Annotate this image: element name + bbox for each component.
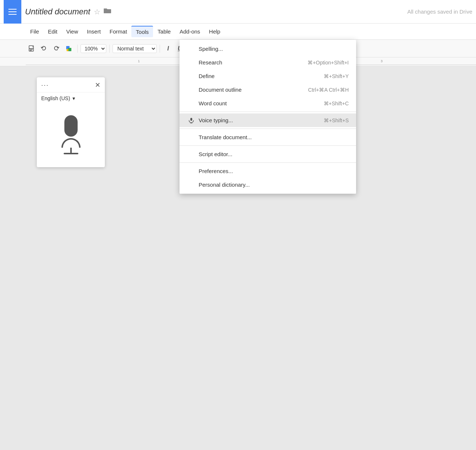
menu-edit[interactable]: Edit (43, 26, 62, 37)
microphone-area[interactable] (37, 104, 105, 167)
toolbar-sep-3 (160, 45, 160, 53)
menu-insert[interactable]: Insert (82, 26, 105, 37)
menu-tools[interactable]: Tools (131, 26, 153, 37)
define-shortcut: ⌘+Shift+Y (324, 73, 349, 79)
toolbar-sep-1 (77, 45, 78, 53)
svg-text:3: 3 (381, 59, 383, 63)
research-label: Research (199, 59, 308, 66)
translate-label: Translate document... (199, 134, 349, 140)
doc-outline-label: Document outline (199, 87, 308, 93)
svg-text:1: 1 (138, 59, 140, 63)
menu-bar: File Edit View Insert Format Tools Table… (0, 24, 476, 40)
research-shortcut: ⌘+Option+Shift+I (308, 60, 349, 66)
language-dropdown-icon: ▾ (72, 95, 75, 101)
tools-dropdown-menu: Spelling... Research ⌘+Option+Shift+I De… (180, 40, 356, 194)
word-count-label: Word count (199, 100, 324, 106)
print-button[interactable] (26, 43, 37, 54)
menu-item-define[interactable]: Define ⌘+Shift+Y (180, 69, 356, 83)
redo-button[interactable] (51, 43, 62, 54)
zoom-select[interactable]: 100% 75% 50% 125% 150% 200% (81, 44, 106, 53)
separator-4 (180, 162, 356, 163)
preferences-label: Preferences... (199, 168, 349, 174)
paint-format-button[interactable] (63, 43, 74, 54)
svg-rect-7 (67, 49, 68, 51)
menu-addons[interactable]: Add-ons (175, 26, 205, 37)
spelling-label: Spelling... (199, 46, 349, 52)
word-count-shortcut: ⌘+Shift+C (324, 101, 349, 106)
menu-view[interactable]: View (62, 26, 82, 37)
menu-item-doc-outline[interactable]: Document outline Ctrl+⌘A Ctrl+⌘H (180, 83, 356, 96)
voice-typing-label: Voice typing... (199, 117, 324, 123)
voice-close-button[interactable]: ✕ (95, 81, 100, 89)
toolbar-sep-2 (109, 45, 110, 53)
script-editor-label: Script editor... (199, 151, 349, 157)
personal-dict-label: Personal dictionary... (199, 182, 349, 188)
svg-rect-11 (191, 118, 192, 121)
menu-format[interactable]: Format (105, 26, 132, 37)
separator-3 (180, 145, 356, 146)
separator-2 (180, 129, 356, 129)
menu-help[interactable]: Help (205, 26, 225, 37)
microphone-icon (61, 115, 81, 154)
language-selector[interactable]: English (US) ▾ (37, 92, 105, 104)
style-select[interactable]: Normal text Heading 1 Heading 2 Heading … (113, 44, 157, 53)
hamburger-icon (8, 9, 17, 15)
voice-options-button[interactable]: ··· (41, 81, 49, 89)
voice-typing-panel: ··· ✕ English (US) ▾ (37, 77, 105, 167)
star-icon[interactable]: ☆ (94, 7, 100, 16)
menu-file[interactable]: File (26, 26, 43, 37)
menu-item-word-count[interactable]: Word count ⌘+Shift+C (180, 96, 356, 110)
voice-typing-icon (187, 117, 196, 123)
language-label: English (US) (41, 95, 70, 101)
folder-icon[interactable] (103, 7, 111, 16)
voice-panel-header: ··· ✕ (37, 77, 105, 92)
undo-button[interactable] (38, 43, 49, 54)
menu-item-spelling[interactable]: Spelling... (180, 42, 356, 56)
menu-item-preferences[interactable]: Preferences... (180, 164, 356, 178)
menu-item-personal-dict[interactable]: Personal dictionary... (180, 178, 356, 191)
saved-status: All changes saved in Drive (407, 8, 472, 15)
menu-item-script-editor[interactable]: Script editor... (180, 147, 356, 161)
italic-button[interactable]: I (163, 43, 173, 54)
menu-item-translate[interactable]: Translate document... (180, 130, 356, 144)
svg-rect-2 (30, 49, 33, 50)
menu-table[interactable]: Table (153, 26, 175, 37)
define-label: Define (199, 73, 324, 79)
separator-1 (180, 112, 356, 112)
svg-rect-4 (32, 46, 33, 47)
hamburger-button[interactable] (4, 0, 21, 24)
svg-rect-6 (68, 48, 71, 51)
doc-outline-shortcut: Ctrl+⌘A Ctrl+⌘H (308, 87, 349, 93)
document-title[interactable]: Untitled document (25, 7, 90, 17)
svg-rect-3 (30, 50, 32, 51)
menu-item-research[interactable]: Research ⌘+Option+Shift+I (180, 56, 356, 69)
voice-typing-shortcut: ⌘+Shift+S (324, 117, 349, 123)
menu-item-voice-typing[interactable]: Voice typing... ⌘+Shift+S (180, 113, 356, 127)
